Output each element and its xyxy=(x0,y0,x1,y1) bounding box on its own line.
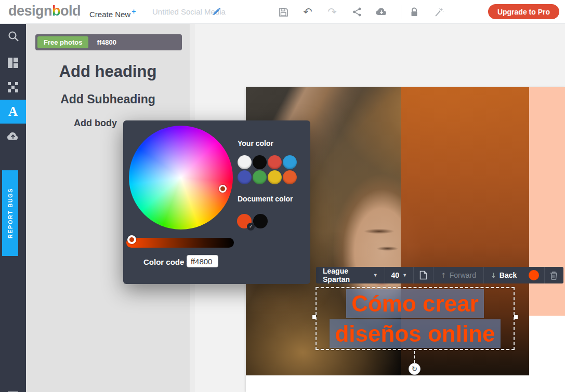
lock-icon[interactable] xyxy=(409,6,420,18)
sidebar-item-photos[interactable] xyxy=(0,385,26,392)
color-swatch[interactable] xyxy=(283,155,297,169)
resize-handle-left[interactable] xyxy=(312,315,316,319)
logo-text: design xyxy=(8,3,52,19)
sidebar-item-layouts[interactable] xyxy=(0,51,26,75)
arrow-down-icon: ↓ xyxy=(491,272,496,279)
color-wheel-selector[interactable] xyxy=(219,185,227,193)
add-heading-option[interactable]: Add heading xyxy=(26,62,190,81)
redo-icon[interactable]: ↷ xyxy=(326,6,338,18)
color-swatch[interactable] xyxy=(238,170,252,184)
text-color-button[interactable] xyxy=(523,267,544,283)
font-size-dropdown[interactable]: 40▼ xyxy=(385,267,414,283)
sidebar-item-text[interactable]: A xyxy=(0,100,26,124)
font-family-dropdown[interactable]: League Spartan▼ xyxy=(316,267,385,283)
color-swatch[interactable] xyxy=(268,170,282,184)
document-color-label: Document color xyxy=(238,195,293,203)
search-bar[interactable]: Free photos xyxy=(35,34,182,50)
rotate-handle[interactable]: ↻ xyxy=(409,363,421,375)
color-picker-popup: Your color Document color ✓ Color code # xyxy=(123,120,310,284)
color-swatch[interactable] xyxy=(268,155,282,169)
save-icon[interactable] xyxy=(278,6,289,18)
document-color-swatch[interactable] xyxy=(253,214,268,228)
bring-forward-button[interactable]: ↑Forward xyxy=(433,267,483,283)
rotate-icon: ↻ xyxy=(412,365,417,373)
selected-text-element[interactable]: Cómo crear diseños online xyxy=(316,287,515,350)
logo-accent-b: b xyxy=(52,3,60,19)
trash-icon xyxy=(550,271,558,280)
download-icon[interactable] xyxy=(376,6,387,18)
add-body-option[interactable]: Add body xyxy=(74,118,117,129)
brightness-slider-knob[interactable] xyxy=(127,235,136,244)
your-color-label: Your color xyxy=(238,139,273,147)
color-code-input[interactable] xyxy=(187,255,218,267)
share-icon[interactable] xyxy=(351,6,363,18)
designbold-logo: designbold xyxy=(8,3,81,19)
document-color-swatches: ✓ xyxy=(237,214,269,228)
text-color-swatch xyxy=(529,270,539,280)
header-divider-2 xyxy=(401,5,401,19)
magic-wand-icon[interactable] xyxy=(433,6,444,18)
text-line-2[interactable]: diseños online xyxy=(330,319,500,348)
color-swatch[interactable] xyxy=(253,170,267,184)
report-bugs-button[interactable]: REPORT BUGS xyxy=(2,170,18,256)
header-divider xyxy=(77,4,78,20)
add-subheading-option[interactable]: Add Subheading xyxy=(26,92,190,106)
resize-handle-right[interactable] xyxy=(514,315,518,319)
upgrade-to-pro-button[interactable]: Upgrade to Pro xyxy=(488,4,559,19)
sidebar-item-uploads[interactable] xyxy=(0,124,26,148)
search-icon xyxy=(7,30,19,42)
send-back-button[interactable]: ↓Back xyxy=(484,267,523,283)
cloud-upload-icon xyxy=(7,132,19,141)
edit-title-pencil-icon[interactable] xyxy=(213,8,220,16)
chevron-down-icon: ▼ xyxy=(373,273,378,278)
tool-sidebar: A REPORT BUGS xyxy=(0,24,26,392)
document-color-swatch-selected[interactable]: ✓ xyxy=(237,214,252,228)
sidebar-item-search[interactable] xyxy=(0,24,26,48)
color-wheel[interactable] xyxy=(129,126,233,229)
undo-icon[interactable]: ↶ xyxy=(302,6,313,18)
color-code-label: Color code # xyxy=(143,258,191,266)
your-color-swatches xyxy=(237,155,302,185)
arrow-up-icon: ↑ xyxy=(441,272,446,279)
text-line-1[interactable]: Cómo crear xyxy=(346,289,484,318)
designbold-app: designbold Create New+ Untitled Social M… xyxy=(0,0,565,392)
sidebar-item-elements[interactable] xyxy=(0,75,26,99)
text-toolbar: League Spartan▼ 40▼ ↑Forward ↓Back xyxy=(316,267,563,283)
search-input[interactable] xyxy=(97,38,175,46)
elements-icon xyxy=(7,82,19,93)
delete-button[interactable] xyxy=(545,267,563,283)
copy-icon xyxy=(419,271,427,280)
text-tool-icon: A xyxy=(8,104,18,119)
brightness-slider[interactable] xyxy=(126,238,234,248)
color-swatch[interactable] xyxy=(253,155,267,169)
color-swatch[interactable] xyxy=(283,170,297,184)
layouts-icon xyxy=(7,57,19,69)
duplicate-button[interactable] xyxy=(414,267,433,283)
search-filter-badge[interactable]: Free photos xyxy=(37,36,88,48)
plus-icon: + xyxy=(132,7,136,16)
header-bar: designbold Create New+ Untitled Social M… xyxy=(0,0,565,24)
color-swatch[interactable] xyxy=(238,155,252,169)
create-new-button[interactable]: Create New+ xyxy=(89,7,136,19)
rotate-connector-line xyxy=(414,351,415,363)
chevron-down-icon: ▼ xyxy=(402,273,407,278)
